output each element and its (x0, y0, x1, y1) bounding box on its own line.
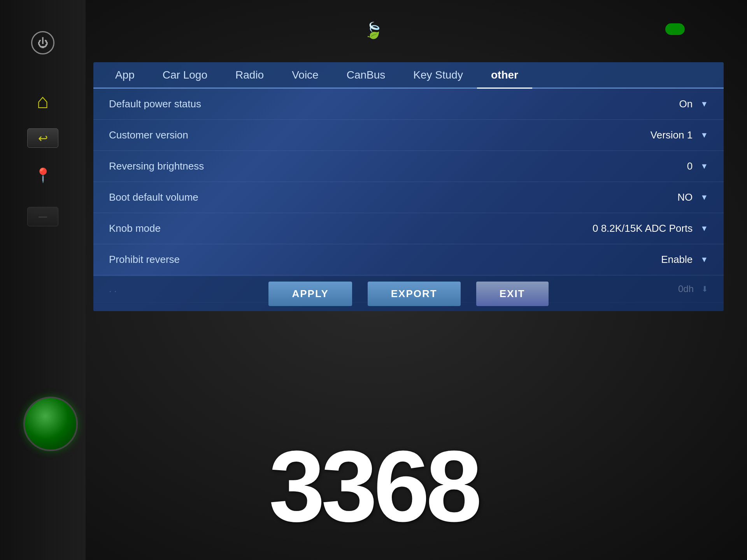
location-icon: 📍 (34, 167, 52, 183)
top-right-indicator (665, 23, 685, 35)
setting-label-reversing-brightness: Reversing brightness (109, 160, 204, 172)
tab-key-study[interactable]: Key Study (399, 62, 477, 89)
setting-row-knob-mode: Knob mode 0 8.2K/15K ADC Ports ▼ (93, 213, 724, 244)
tab-app[interactable]: App (101, 62, 149, 89)
dropdown-arrow-knob-mode: ▼ (700, 224, 708, 233)
exit-button[interactable]: EXIT (476, 282, 549, 306)
home-button[interactable]: ⌂ (37, 89, 49, 113)
setting-control-power-status[interactable]: On ▼ (552, 98, 708, 110)
power-icon: ⏻ (37, 37, 48, 49)
main-screen: App Car Logo Radio Voice CanBus Key Stud… (93, 62, 724, 311)
left-panel: ⏻ ⌂ ↩ 📍 — (0, 0, 86, 560)
setting-label-boot-volume: Boot default volume (109, 191, 198, 203)
setting-value-knob-mode: 0 8.2K/15K ADC Ports (593, 222, 693, 234)
dropdown-arrow-boot-volume: ▼ (700, 193, 708, 202)
power-button[interactable]: ⏻ (31, 31, 54, 54)
tab-voice[interactable]: Voice (278, 62, 333, 89)
setting-control-prohibit-reverse[interactable]: Enable ▼ (552, 254, 708, 266)
dropdown-arrow-prohibit-reverse: ▼ (700, 255, 708, 264)
tab-radio[interactable]: Radio (221, 62, 278, 89)
extra-icon: — (39, 212, 47, 222)
dropdown-arrow-customer-version: ▼ (700, 131, 708, 140)
setting-label-power-status: Default power status (109, 98, 201, 110)
tab-canbus[interactable]: CanBus (333, 62, 400, 89)
home-icon: ⌂ (37, 90, 49, 112)
setting-control-customer-version[interactable]: Version 1 ▼ (552, 129, 708, 141)
setting-row-reversing-brightness: Reversing brightness 0 ▼ (93, 151, 724, 182)
back-button[interactable]: ↩ (27, 128, 58, 148)
setting-value-reversing-brightness: 0 (687, 160, 693, 172)
tab-other[interactable]: other (477, 62, 532, 89)
setting-label-customer-version: Customer version (109, 129, 188, 141)
setting-row-customer-version: Customer version Version 1 ▼ (93, 120, 724, 151)
extra-button[interactable]: — (27, 207, 58, 226)
dropdown-arrow-power-status: ▼ (700, 100, 708, 108)
setting-control-reversing-brightness[interactable]: 0 ▼ (552, 160, 708, 172)
setting-label-prohibit-reverse: Prohibit reverse (109, 254, 180, 266)
setting-label-knob-mode: Knob mode (109, 222, 161, 234)
setting-row-power-status: Default power status On ▼ (93, 89, 724, 120)
setting-row-prohibit-reverse: Prohibit reverse Enable ▼ (93, 244, 724, 275)
setting-control-knob-mode[interactable]: 0 8.2K/15K ADC Ports ▼ (552, 222, 708, 234)
top-center-indicator: 🍃 (364, 21, 383, 40)
dropdown-arrow-reversing-brightness: ▼ (700, 162, 708, 171)
setting-value-prohibit-reverse: Enable (661, 254, 693, 266)
apply-button[interactable]: APPLY (268, 282, 352, 306)
volume-knob[interactable] (23, 397, 78, 451)
settings-area: Default power status On ▼ Customer versi… (93, 89, 724, 303)
setting-value-power-status: On (679, 98, 693, 110)
tab-car-logo[interactable]: Car Logo (149, 62, 221, 89)
setting-control-boot-volume[interactable]: NO ▼ (552, 191, 708, 203)
location-button[interactable]: 📍 (34, 167, 52, 184)
setting-row-boot-volume: Boot default volume NO ▼ (93, 182, 724, 213)
bottom-buttons: APPLY EXPORT EXIT (93, 276, 724, 311)
setting-value-customer-version: Version 1 (651, 129, 693, 141)
tab-bar: App Car Logo Radio Voice CanBus Key Stud… (93, 62, 724, 89)
big-number-display: 3368 (269, 428, 478, 544)
export-button[interactable]: EXPORT (368, 282, 461, 306)
setting-value-boot-volume: NO (677, 191, 693, 203)
back-icon: ↩ (38, 131, 48, 145)
